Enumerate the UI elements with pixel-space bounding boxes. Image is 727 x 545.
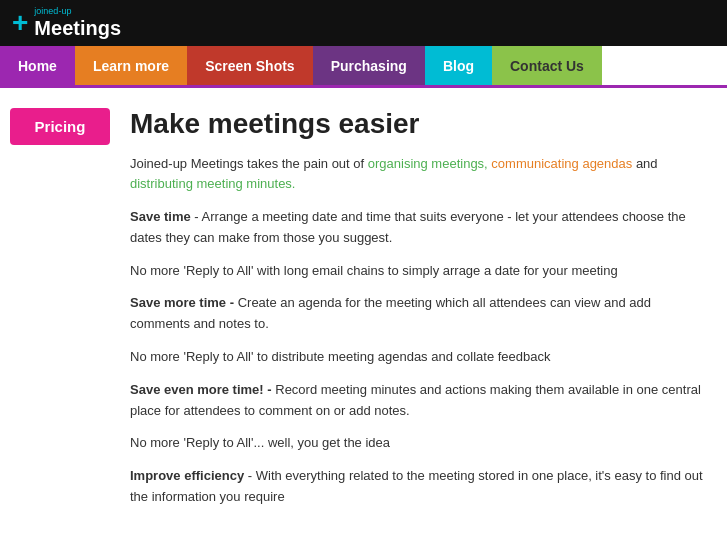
content-block-4: No more 'Reply to All' to distribute mee… <box>130 347 707 368</box>
header: + joined-up Meetings <box>0 0 727 46</box>
content-area: Make meetings easier Joined-up Meetings … <box>120 108 727 520</box>
text-no-reply-1: No more 'Reply to All' with long email c… <box>130 263 618 278</box>
logo-text-container: joined-up Meetings <box>34 7 121 39</box>
content-block-1: Save time - Arrange a meeting date and t… <box>130 207 707 249</box>
logo-icon: + <box>12 9 28 37</box>
content-block-2: No more 'Reply to All' with long email c… <box>130 261 707 282</box>
text-no-reply-2: No more 'Reply to All' to distribute mee… <box>130 349 551 364</box>
logo-container: + joined-up Meetings <box>12 7 121 39</box>
bold-save-more-time: Save more time - <box>130 295 234 310</box>
nav-item-screenshots[interactable]: Screen Shots <box>187 46 312 85</box>
content-block-7: Improve efficiency - With everything rel… <box>130 466 707 508</box>
pricing-button[interactable]: Pricing <box>10 108 110 145</box>
logo-tagline: joined-up <box>34 7 121 17</box>
content-block-6: No more 'Reply to All'... well, you get … <box>130 433 707 454</box>
link-communicating[interactable]: communicating agendas <box>491 156 632 171</box>
nav: Home Learn more Screen Shots Purchasing … <box>0 46 727 88</box>
link-organising[interactable]: organising meetings, <box>368 156 488 171</box>
bold-improve-efficiency: Improve efficiency <box>130 468 244 483</box>
bold-save-time: Save time <box>130 209 191 224</box>
nav-item-home[interactable]: Home <box>0 46 75 85</box>
nav-item-learn[interactable]: Learn more <box>75 46 187 85</box>
nav-item-purchasing[interactable]: Purchasing <box>313 46 425 85</box>
link-distributing[interactable]: distributing meeting minutes. <box>130 176 295 191</box>
nav-item-contact[interactable]: Contact Us <box>492 46 602 85</box>
sidebar: Pricing <box>0 108 120 520</box>
content-block-5: Save even more time! - Record meeting mi… <box>130 380 707 422</box>
intro-paragraph: Joined-up Meetings takes the pain out of… <box>130 154 707 193</box>
nav-item-blog[interactable]: Blog <box>425 46 492 85</box>
content-block-3: Save more time - Create an agenda for th… <box>130 293 707 335</box>
text-save-time: - Arrange a meeting date and time that s… <box>130 209 686 245</box>
main: Pricing Make meetings easier Joined-up M… <box>0 88 727 540</box>
text-no-reply-3: No more 'Reply to All'... well, you get … <box>130 435 390 450</box>
page-title: Make meetings easier <box>130 108 707 140</box>
bold-save-even-more: Save even more time! - <box>130 382 272 397</box>
logo-name: Meetings <box>34 17 121 39</box>
